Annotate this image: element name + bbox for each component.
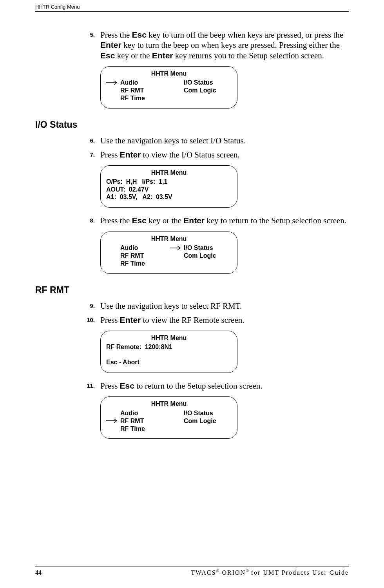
registered-icon: ® xyxy=(246,569,249,573)
lcd-item-rf-rmt: RF RMT xyxy=(120,87,144,94)
heading-io-status: I/O Status xyxy=(35,119,349,130)
text-frag: for UMT Products User Guide xyxy=(249,569,349,576)
key-esc: Esc xyxy=(100,51,115,60)
text-frag: Press xyxy=(100,315,120,325)
step-text: Press Enter to view the RF Remote screen… xyxy=(100,315,349,325)
lcd-item-audio: Audio xyxy=(120,409,138,417)
lcd-screen-io-status: HHTR Menu O/Ps: H,H I/Ps: 1,1 AOUT: 02.4… xyxy=(100,165,237,208)
text-frag: Press the xyxy=(100,30,132,40)
key-enter: Enter xyxy=(183,216,205,225)
lcd-title: HHTR Menu xyxy=(106,70,232,77)
lcd-item-io-status: I/O Status xyxy=(184,244,213,251)
header-rule xyxy=(35,11,349,12)
lcd-title: HHTR Menu xyxy=(106,169,232,176)
lcd-blank-line xyxy=(106,351,232,358)
key-enter: Enter xyxy=(152,51,173,60)
arrow-right-icon xyxy=(106,80,120,85)
lcd-item-io-status: I/O Status xyxy=(184,79,213,86)
key-esc: Esc xyxy=(132,30,147,39)
lcd-screen-audio-selected: HHTR Menu Audio RF RMT RF xyxy=(100,66,237,109)
page-number: 44 xyxy=(35,569,42,576)
text-frag: Press xyxy=(100,381,120,391)
text-frag: key to turn off the beep when keys are p… xyxy=(147,30,343,40)
text-frag: Press the xyxy=(100,216,132,225)
step-text: Use the navigation keys to select I/O St… xyxy=(100,136,349,146)
step-number: 8. xyxy=(77,215,100,226)
lcd-item-audio: Audio xyxy=(120,79,138,86)
lcd-line-ops-ips: O/Ps: H,H I/Ps: 1,1 xyxy=(106,178,232,185)
step-number: 7. xyxy=(77,150,100,160)
step-text: Press Enter to view the I/O Status scree… xyxy=(100,150,349,160)
step-number: 11. xyxy=(77,381,100,391)
text-frag: key to turn the beep on when keys are pr… xyxy=(121,40,340,50)
text-frag: key or the xyxy=(115,51,152,60)
arrow-right-icon xyxy=(170,246,184,250)
lcd-line-esc-abort: Esc - Abort xyxy=(106,358,232,366)
text-frag: key or the xyxy=(147,216,183,225)
text-frag: key to return to the Setup selection scr… xyxy=(205,216,346,225)
lcd-screen-rf-remote: HHTR Menu RF Remote: 1200:8N1 Esc - Abor… xyxy=(100,331,237,373)
text-frag: -ORION xyxy=(219,569,246,576)
step-number: 9. xyxy=(77,301,100,311)
lcd-title: HHTR Menu xyxy=(106,235,232,242)
step-text: Press Esc to return to the Setup selecti… xyxy=(100,381,349,391)
key-esc: Esc xyxy=(120,381,134,390)
lcd-item-com-logic: Com Logic xyxy=(184,87,216,94)
lcd-line-rf-remote: RF Remote: 1200:8N1 xyxy=(106,343,232,351)
text-frag: to view the RF Remote screen. xyxy=(141,315,244,325)
lcd-title: HHTR Menu xyxy=(106,400,232,407)
registered-icon: ® xyxy=(216,569,219,573)
lcd-screen-io-selected: HHTR Menu Audio RF RMT RF Time xyxy=(100,232,237,274)
lcd-title: HHTR Menu xyxy=(106,334,232,342)
lcd-line-a1-a2: A1: 03.5V, A2: 03.5V xyxy=(106,193,232,201)
text-frag: TWACS xyxy=(191,569,216,576)
step-9: 9. Use the navigation keys to select RF … xyxy=(77,301,349,311)
lcd-item-audio: Audio xyxy=(120,244,138,251)
text-frag: key returns you to the Setup selection s… xyxy=(173,51,324,60)
arrow-right-icon xyxy=(106,418,120,423)
lcd-item-rf-time: RF Time xyxy=(120,425,145,432)
step-number: 5. xyxy=(77,30,100,61)
text-frag: to view the I/O Status screen. xyxy=(141,150,240,159)
lcd-screen-rfrmt-selected: HHTR Menu Audio RF RMT RF xyxy=(100,396,237,439)
lcd-item-rf-rmt: RF RMT xyxy=(120,417,144,425)
key-enter: Enter xyxy=(120,315,141,324)
text-frag: to return to the Setup selection screen. xyxy=(134,381,263,391)
footer-title: TWACS®-ORION® for UMT Products User Guid… xyxy=(191,569,349,576)
key-enter: Enter xyxy=(120,150,141,159)
running-head: HHTR Config Menu xyxy=(35,4,349,10)
lcd-item-rf-time: RF Time xyxy=(120,260,145,267)
text-frag: Press xyxy=(100,150,120,159)
lcd-line-aout: AOUT: 02.47V xyxy=(106,186,232,193)
page-footer: 44 TWACS®-ORION® for UMT Products User G… xyxy=(0,566,384,576)
footer-rule xyxy=(35,566,349,566)
step-number: 6. xyxy=(77,136,100,146)
heading-rf-rmt: RF RMT xyxy=(35,285,349,295)
key-enter: Enter xyxy=(100,40,121,49)
step-5: 5. Press the Esc key to turn off the bee… xyxy=(77,30,349,61)
step-6: 6. Use the navigation keys to select I/O… xyxy=(77,136,349,146)
step-7: 7. Press Enter to view the I/O Status sc… xyxy=(77,150,349,160)
key-esc: Esc xyxy=(132,216,147,225)
lcd-item-io-status: I/O Status xyxy=(184,409,213,417)
step-text: Use the navigation keys to select RF RMT… xyxy=(100,301,349,311)
lcd-item-rf-time: RF Time xyxy=(120,94,145,102)
step-8: 8. Press the Esc key or the Enter key to… xyxy=(77,215,349,226)
lcd-item-com-logic: Com Logic xyxy=(184,417,216,425)
step-text: Press the Esc key or the Enter key to re… xyxy=(100,215,349,226)
step-text: Press the Esc key to turn off the beep w… xyxy=(100,30,349,61)
step-11: 11. Press Esc to return to the Setup sel… xyxy=(77,381,349,391)
step-number: 10. xyxy=(77,315,100,325)
lcd-item-com-logic: Com Logic xyxy=(184,252,216,259)
step-10: 10. Press Enter to view the RF Remote sc… xyxy=(77,315,349,325)
lcd-item-rf-rmt: RF RMT xyxy=(120,252,144,259)
